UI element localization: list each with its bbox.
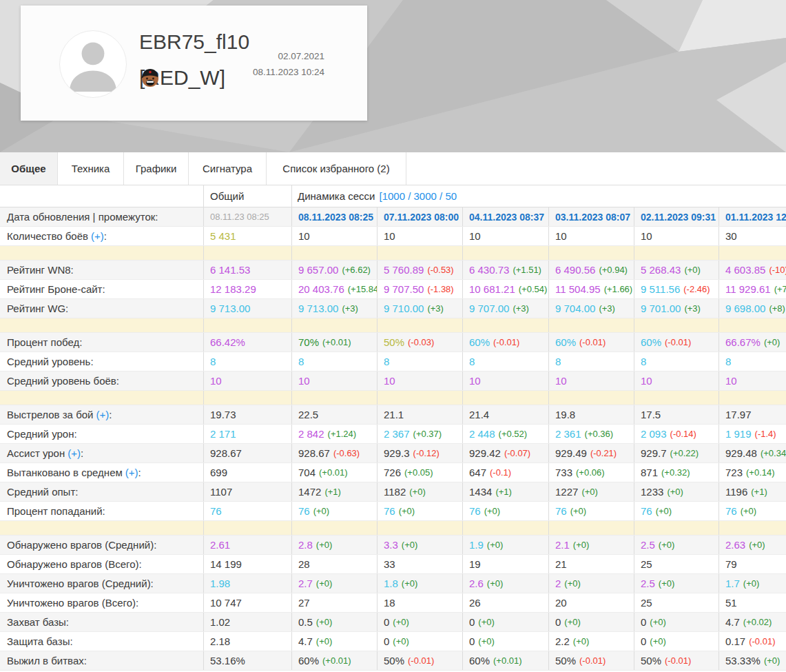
stat-value: 699 [210,467,227,478]
stat-value: 2 361 [555,428,581,440]
column-header-dynamics: Динамика сесси [1000 / 3000 / 50 [291,185,786,207]
stat-cell: 2.5(+0) [634,536,718,554]
stat-cell: 10 [377,371,462,390]
stat-cell: 1.7(+0) [718,574,786,593]
stat-delta: (-0.14) [670,429,696,439]
stat-value: 28 [298,558,310,570]
stat-delta: (+0.36) [585,429,614,439]
stat-cell: 5 431 [204,227,291,245]
stat-cell: 928.67(-0.63) [291,444,377,462]
session-date-header[interactable]: 01.11.2023 12: [718,207,786,226]
session-date-header[interactable]: 03.11.2023 08:07 [548,207,634,226]
tab-сигнатура[interactable]: Сигнатура [189,152,267,185]
separator-cell [634,521,718,535]
stat-delta: (+0) [656,506,672,516]
stat-cell: 25 [634,555,718,573]
separator-cell [291,318,377,332]
stat-value: 2.7 [298,578,313,589]
table-row: Средний опыт:11071472(+1)1182(+0)1434(+1… [0,482,786,502]
tab-active-общее[interactable]: Общее [0,152,58,185]
expand-link[interactable]: (+) [96,409,109,420]
stat-cell: 17.97 [718,405,786,424]
stat-value: 60% [298,655,319,666]
stat-delta: (+0.54) [519,284,548,294]
stat-value: 1.7 [725,578,740,589]
table-row: Вытанковано в среднем (+):699704(+0.01)7… [0,463,786,482]
stat-value: 76 [725,505,737,517]
stat-delta: (+15.84) [348,284,377,294]
stat-delta: (+0) [573,636,589,646]
expand-link[interactable]: (+) [125,467,138,478]
stat-cell: 9 710.00(+3) [377,299,462,318]
table-row: Ассист урон (+):928.67928.67(-0.63)929.3… [0,444,786,463]
avatar-person-icon [60,31,126,97]
session-date-header[interactable]: 04.11.2023 08:37 [462,207,548,226]
stat-cell: 10 [462,371,548,390]
stat-delta: (+0) [749,540,765,550]
stat-cell: 2.2(+0) [548,632,634,651]
table-row: Дата обновления | промежуток:08.11.23 08… [0,207,786,227]
stat-cell: 929.7(+0.22) [634,444,718,462]
stat-cell: 30 [718,227,786,245]
stat-value: 20 [555,597,567,609]
session-config-link[interactable]: [1000 / 3000 / 50 [379,190,457,202]
stat-value: 10 [384,375,395,387]
stat-value: 10 [469,375,481,387]
stat-value: 929.7 [641,447,667,459]
stat-value: 9 710.00 [384,303,424,314]
stat-value: 9 698.00 [725,303,765,314]
table-row: Средний урон:2 1712 842(+1.24)2 367(+0.3… [0,425,786,444]
row-label: Обнаружено врагов (Средний): [0,536,204,554]
player-avatar [59,30,127,98]
stat-value: 19.8 [555,409,575,420]
stat-value: 1.02 [210,616,230,628]
stat-value: 5 268.43 [641,264,681,276]
tab-графики[interactable]: Графики [124,152,189,185]
separator-cell [377,391,462,405]
stat-cell: 871(+0.32) [634,463,718,482]
expand-link[interactable]: (+) [91,230,104,242]
separator-cell [634,318,718,332]
stat-cell: 9 713.00 [204,299,291,318]
stat-cell: 2 367(+0.37) [377,425,462,443]
stat-value: 9 511.56 [641,283,680,295]
separator-cell [377,246,462,260]
stat-value: 66.67% [725,336,761,348]
row-label: Выжил в битвах: [0,651,204,670]
stat-cell: 3.3(+0) [377,536,462,554]
session-date-header[interactable]: 07.11.2023 08:00 [377,207,462,226]
separator-row [0,391,786,405]
separator-cell [548,521,634,535]
session-date-header[interactable]: 02.11.2023 09:31 [634,207,718,226]
table-row: Рейтинг WG:9 713.009 713.00(+3)9 710.00(… [0,299,786,318]
header-label-spacer [0,185,204,207]
stat-delta: (+1) [495,487,511,497]
stat-cell: 22.5 [291,405,377,424]
stat-delta: (+0) [573,540,589,550]
tab-техника[interactable]: Техника [58,152,124,185]
stat-value: 01.11.2023 12: [725,212,786,223]
stat-value: 8 [469,356,475,367]
tab-список-избранного-2-[interactable]: Список избранного (2) [267,152,406,185]
stat-value: 10 [641,230,652,242]
stat-cell: 2.6(+0) [462,574,548,593]
table-row: Уничтожено врагов (Средний):1.982.7(+0)1… [0,574,786,593]
expand-link[interactable]: (+) [68,447,81,459]
stat-value: 8 [298,356,304,367]
separator-cell [548,318,634,332]
stat-delta: (+3) [513,303,528,314]
stat-delta: (+0) [650,636,665,646]
stat-delta: (+0) [741,506,756,516]
row-label: Рейтинг WG: [0,299,204,318]
separator-cell [634,391,718,405]
stat-cell: 0(+0) [462,632,548,651]
stat-value: 647 [469,467,486,478]
stat-delta: (+1) [324,487,340,497]
stat-value: 50% [384,655,404,666]
row-label: Захват базы: [0,613,204,631]
stat-delta: (+0) [570,506,586,516]
stat-value: 8 [641,356,646,367]
separator-row [0,521,786,536]
stat-cell: 0.5(+0) [291,613,377,631]
session-date-header[interactable]: 08.11.2023 08:25 [291,207,377,226]
